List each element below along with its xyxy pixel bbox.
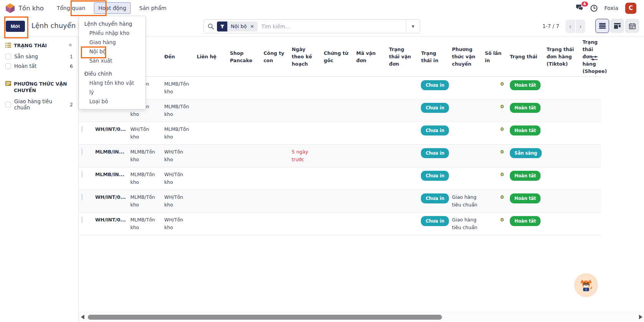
status-section-header: TRẠNG THÁI — [5, 42, 74, 49]
optional-columns-icon[interactable] — [591, 55, 598, 62]
cell-shop-pancake — [227, 190, 261, 213]
row-checkbox[interactable] — [82, 216, 82, 223]
search-icon — [208, 23, 214, 30]
filter-done[interactable]: Hoàn tất 6 — [5, 63, 74, 69]
cell-print-count: 0 — [482, 122, 507, 145]
avatar[interactable]: C — [625, 3, 636, 14]
table-row[interactable]: WH/Tồn kho MLMB/Tồn kho Chưa in 0 Hoàn t… — [79, 99, 601, 122]
checkbox[interactable] — [5, 102, 11, 107]
col-shopee-status[interactable]: Trạng thái đơn hàng (Shopee) — [579, 37, 601, 77]
cell-print-status: Chưa in — [418, 145, 449, 167]
cell-print-status: Chưa in — [418, 77, 449, 99]
new-button[interactable]: Mới — [6, 21, 25, 32]
cell-tracking-ref — [353, 167, 386, 190]
print-status-badge: Chưa in — [421, 216, 449, 226]
cell-tracking-status — [386, 167, 418, 190]
facet-label: Nội bộ — [227, 21, 250, 31]
col-tracking-status[interactable]: Trạng thái vận đơn — [386, 37, 418, 77]
menu-section-adjustments[interactable]: Điều chỉnh — [79, 69, 145, 78]
status-badge: Hoàn tất — [510, 216, 540, 226]
cell-tracking-status — [386, 213, 418, 235]
menu-item-physical-inventory[interactable]: Hàng tồn kho vật lý — [79, 78, 145, 97]
messages-button[interactable]: 4 — [576, 4, 583, 12]
scroll-left-arrow-icon[interactable] — [81, 315, 84, 319]
col-tracking-ref[interactable]: Mã vận đơn — [353, 37, 386, 77]
cell-ship-method: Giao hàng tiêu chuẩn — [449, 213, 482, 235]
kanban-view-button[interactable] — [610, 19, 624, 33]
app-title: Tồn kho — [18, 5, 44, 12]
search-caret-icon[interactable]: ▼ — [406, 20, 420, 33]
col-contact[interactable]: Liên hệ — [194, 37, 227, 77]
col-tiktok-status[interactable]: Trạng thái đơn hàng (Tiktok) — [544, 37, 580, 77]
col-print-count[interactable]: Số lần in — [482, 37, 507, 77]
pager-prev-button[interactable]: ‹ — [565, 20, 575, 33]
fox-assistant-button[interactable] — [576, 275, 596, 295]
cell-tiktok-status — [544, 190, 580, 213]
table-row[interactable]: MLMB/IN... MLMB/Tồn kho WH/Tồn kho 5 ngà… — [79, 145, 601, 167]
menu-item-manufacturing[interactable]: Sản xuất — [79, 56, 145, 65]
cell-to: WH/Tồn kho — [161, 145, 194, 167]
col-print-status[interactable]: Trạng thái in — [418, 37, 449, 77]
clock-icon[interactable] — [590, 5, 598, 12]
table-row[interactable]: MLMB/IN... MLMB/Tồn kho WH/Tồn kho Chưa … — [79, 167, 601, 190]
row-checkbox[interactable] — [82, 126, 82, 132]
col-scheduled-date[interactable]: Ngày theo kế hoạch — [289, 37, 321, 77]
menu-section-transfers[interactable]: Lệnh chuyển hàng — [79, 19, 145, 28]
carrier-section-header: PHƯƠNG THỨC VẬN CHUYỂN — [5, 81, 74, 94]
search-facet: Nội bộ ✕ — [217, 21, 258, 31]
calendar-view-button[interactable] — [625, 19, 639, 33]
col-status[interactable]: Trạng thái — [507, 37, 544, 77]
row-checkbox[interactable] — [82, 194, 82, 200]
pager-next-button[interactable]: › — [576, 20, 585, 33]
filter-standard-delivery[interactable]: Giao hàng tiêu chuẩn 2 — [5, 98, 74, 111]
list-view-button[interactable] — [595, 19, 609, 33]
messages-count-badge: 4 — [582, 2, 588, 7]
col-company[interactable]: Công ty con — [260, 37, 289, 77]
col-to[interactable]: Đến — [161, 37, 194, 77]
collapse-sidebar-icon[interactable]: « — [69, 41, 72, 48]
cell-ship-method — [449, 77, 482, 99]
col-shop-pancake[interactable]: Shop Pancake — [227, 37, 261, 77]
menu-item-deliveries[interactable]: Giao hàng — [79, 38, 145, 47]
search-bar[interactable]: Nội bộ ✕ ▼ — [204, 19, 420, 33]
user-name[interactable]: Foxia — [605, 5, 618, 11]
menu-item-scrap[interactable]: Loại bỏ — [79, 97, 145, 106]
print-status-badge: Chưa in — [421, 80, 449, 90]
table-row[interactable]: WH/Tồn kho MLMB/Tồn kho Chưa in 0 Hoàn t… — [79, 77, 601, 99]
cell-scheduled-date — [289, 99, 321, 122]
print-status-badge: Chưa in — [421, 193, 449, 203]
cell-contact — [194, 122, 227, 145]
checkbox[interactable] — [5, 63, 11, 69]
cell-from: MLMB/Tồn kho — [127, 213, 161, 235]
cell-company — [260, 145, 289, 167]
checkbox[interactable] — [5, 54, 11, 59]
status-badge: Hoàn tất — [510, 193, 540, 203]
menu-item-receipts[interactable]: Phiếu nhập kho — [79, 28, 145, 38]
filter-count: 2 — [70, 102, 73, 107]
carrier-section-title: PHƯƠNG THỨC VẬN CHUYỂN — [14, 81, 74, 94]
cell-tracking-status — [386, 77, 418, 99]
cell-scheduled-date — [289, 190, 321, 213]
facet-clear-icon[interactable]: ✕ — [250, 21, 258, 31]
cell-tracking-status — [386, 190, 418, 213]
search-input[interactable] — [261, 23, 406, 30]
table-row[interactable]: WH/INT/0... MLMB/Tồn kho WH/Tồn kho Chưa… — [79, 190, 601, 213]
nav-item-overview[interactable]: Tổng quan — [52, 2, 90, 14]
table-row[interactable]: WH/INT/0... MLMB/Tồn kho WH/Tồn kho Chưa… — [79, 213, 601, 235]
nav-item-operations[interactable]: Hoạt động — [94, 2, 131, 14]
nav-item-products[interactable]: Sản phẩm — [135, 2, 171, 14]
table-row[interactable]: WH/INT/0... WH/Tồn kho MLMB/Tồn kho Chưa… — [79, 122, 601, 145]
horizontal-scrollbar-thumb[interactable] — [88, 315, 442, 320]
scroll-right-arrow-icon[interactable] — [639, 315, 642, 319]
row-checkbox[interactable] — [82, 149, 82, 155]
row-checkbox[interactable] — [82, 171, 82, 178]
filter-ready[interactable]: Sẵn sàng 1 — [5, 53, 74, 59]
list-view: Đến Liên hệ Shop Pancake Công ty con Ngà… — [79, 37, 644, 322]
menu-item-internal[interactable]: Nội bộ — [79, 47, 145, 56]
col-source-document[interactable]: Chứng từ gốc — [321, 37, 353, 77]
cell-from: WH/Tồn kho — [127, 122, 161, 145]
col-ship-method[interactable]: Phương thức vận chuyển — [449, 37, 482, 77]
app-brand[interactable]: Tồn kho — [5, 3, 44, 13]
cell-status: Hoàn tất — [507, 167, 544, 190]
main-menu: Tổng quan Hoạt động Sản phẩm — [52, 2, 171, 14]
